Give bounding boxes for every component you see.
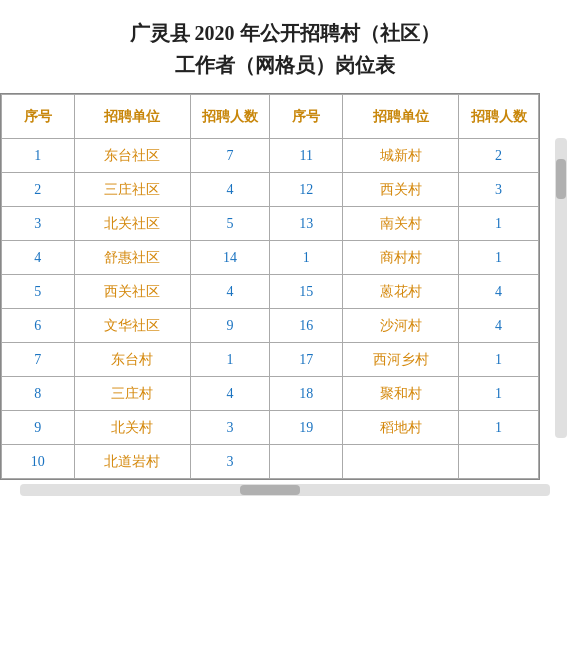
cell-unit-3: 舒惠社区 — [74, 241, 190, 275]
table-row: 5 西关社区 4 15 蒽花村 4 — [2, 275, 539, 309]
page-container: 广灵县 2020 年公开招聘村（社区） 工作者（网格员）岗位表 序号 招聘单位 … — [0, 18, 569, 496]
cell-seq2-1: 12 — [270, 173, 343, 207]
right-scrollbar[interactable] — [555, 138, 567, 438]
cell-num2-2: 1 — [459, 207, 539, 241]
table-row: 9 北关村 3 19 稻地村 1 — [2, 411, 539, 445]
sub-title: 工作者（网格员）岗位表 — [0, 52, 569, 79]
cell-seq2-6: 17 — [270, 343, 343, 377]
table-row: 8 三庄村 4 18 聚和村 1 — [2, 377, 539, 411]
cell-num-2: 5 — [190, 207, 270, 241]
cell-seq-6: 7 — [2, 343, 75, 377]
cell-seq2-3: 1 — [270, 241, 343, 275]
header-seq: 序号 — [2, 95, 75, 139]
cell-num-3: 14 — [190, 241, 270, 275]
cell-unit-2: 北关社区 — [74, 207, 190, 241]
cell-unit2-2: 南关村 — [343, 207, 459, 241]
cell-unit-8: 北关村 — [74, 411, 190, 445]
cell-seq-8: 9 — [2, 411, 75, 445]
right-scrollbar-thumb[interactable] — [556, 159, 566, 199]
cell-num2-1: 3 — [459, 173, 539, 207]
cell-seq2-9 — [270, 445, 343, 479]
table-row: 2 三庄社区 4 12 西关村 3 — [2, 173, 539, 207]
bottom-scrollbar[interactable] — [20, 484, 550, 496]
cell-seq-0: 1 — [2, 139, 75, 173]
cell-seq-3: 4 — [2, 241, 75, 275]
cell-seq2-4: 15 — [270, 275, 343, 309]
cell-num2-7: 1 — [459, 377, 539, 411]
cell-seq-9: 10 — [2, 445, 75, 479]
main-title: 广灵县 2020 年公开招聘村（社区） — [0, 18, 569, 48]
cell-num-6: 1 — [190, 343, 270, 377]
cell-num2-6: 1 — [459, 343, 539, 377]
cell-unit-1: 三庄社区 — [74, 173, 190, 207]
cell-unit2-0: 城新村 — [343, 139, 459, 173]
table-row: 7 东台村 1 17 西河乡村 1 — [2, 343, 539, 377]
cell-seq-5: 6 — [2, 309, 75, 343]
cell-num-1: 4 — [190, 173, 270, 207]
cell-seq-4: 5 — [2, 275, 75, 309]
cell-seq2-0: 11 — [270, 139, 343, 173]
cell-num-9: 3 — [190, 445, 270, 479]
header-seq2: 序号 — [270, 95, 343, 139]
table-row: 1 东台社区 7 11 城新村 2 — [2, 139, 539, 173]
cell-unit2-9 — [343, 445, 459, 479]
cell-unit-5: 文华社区 — [74, 309, 190, 343]
table-row: 4 舒惠社区 14 1 商村村 1 — [2, 241, 539, 275]
cell-num-4: 4 — [190, 275, 270, 309]
cell-unit-9: 北道岩村 — [74, 445, 190, 479]
cell-seq2-7: 18 — [270, 377, 343, 411]
cell-num-8: 3 — [190, 411, 270, 445]
cell-seq2-2: 13 — [270, 207, 343, 241]
header-num2: 招聘人数 — [459, 95, 539, 139]
cell-num2-8: 1 — [459, 411, 539, 445]
table-row: 6 文华社区 9 16 沙河村 4 — [2, 309, 539, 343]
cell-unit-4: 西关社区 — [74, 275, 190, 309]
cell-unit2-1: 西关村 — [343, 173, 459, 207]
cell-num-0: 7 — [190, 139, 270, 173]
header-unit: 招聘单位 — [74, 95, 190, 139]
cell-num2-5: 4 — [459, 309, 539, 343]
cell-num2-3: 1 — [459, 241, 539, 275]
cell-seq2-5: 16 — [270, 309, 343, 343]
cell-seq2-8: 19 — [270, 411, 343, 445]
header-unit2: 招聘单位 — [343, 95, 459, 139]
table-row: 10 北道岩村 3 — [2, 445, 539, 479]
cell-seq-7: 8 — [2, 377, 75, 411]
cell-num2-9 — [459, 445, 539, 479]
cell-unit2-5: 沙河村 — [343, 309, 459, 343]
cell-seq-2: 3 — [2, 207, 75, 241]
cell-unit2-6: 西河乡村 — [343, 343, 459, 377]
cell-num-5: 9 — [190, 309, 270, 343]
cell-num2-0: 2 — [459, 139, 539, 173]
table-wrapper: 序号 招聘单位 招聘人数 序号 招聘单位 招聘人数 1 东台社区 7 11 城新… — [0, 93, 540, 480]
cell-unit2-7: 聚和村 — [343, 377, 459, 411]
cell-unit2-4: 蒽花村 — [343, 275, 459, 309]
cell-seq-1: 2 — [2, 173, 75, 207]
cell-unit-7: 三庄村 — [74, 377, 190, 411]
table-body: 1 东台社区 7 11 城新村 2 2 三庄社区 4 12 西关村 3 3 北关… — [2, 139, 539, 479]
cell-unit-6: 东台村 — [74, 343, 190, 377]
cell-unit2-3: 商村村 — [343, 241, 459, 275]
main-table: 序号 招聘单位 招聘人数 序号 招聘单位 招聘人数 1 东台社区 7 11 城新… — [1, 94, 539, 479]
cell-num-7: 4 — [190, 377, 270, 411]
bottom-scrollbar-thumb[interactable] — [240, 485, 300, 495]
cell-unit2-8: 稻地村 — [343, 411, 459, 445]
cell-num2-4: 4 — [459, 275, 539, 309]
cell-unit-0: 东台社区 — [74, 139, 190, 173]
header-num: 招聘人数 — [190, 95, 270, 139]
table-header-row: 序号 招聘单位 招聘人数 序号 招聘单位 招聘人数 — [2, 95, 539, 139]
table-row: 3 北关社区 5 13 南关村 1 — [2, 207, 539, 241]
